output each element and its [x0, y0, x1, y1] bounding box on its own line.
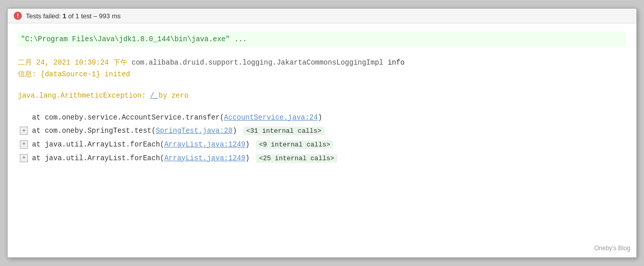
stack-text-2: at com.oneby.SpringTest.test(SpringTest.…	[32, 125, 325, 137]
exception-type: java.lang.ArithmeticException:	[18, 92, 146, 100]
stack-text-3: at java.util.ArrayList.forEach(ArrayList…	[32, 139, 333, 151]
stack-text-4: at java.util.ArrayList.forEach(ArrayList…	[32, 153, 337, 164]
stack-prefix-3: at java.util.ArrayList.forEach(	[32, 140, 164, 149]
watermark: Oneby's Blog	[594, 244, 630, 253]
stack-link-2[interactable]: SpringTest.java:28	[156, 127, 233, 135]
expand-btn-2[interactable]: +	[20, 127, 28, 135]
internal-calls-4: <25 internal calls>	[256, 154, 337, 163]
expand-btn-3[interactable]: +	[20, 140, 28, 149]
status-total: of 1 test	[68, 12, 91, 20]
exception-line: java.lang.ArithmeticException: / by zero	[18, 90, 626, 101]
log-line-2: 信息: {dataSource-1} inited	[18, 69, 626, 80]
status-bar: ! Tests failed: 1 of 1 test – 993 ms	[8, 9, 636, 23]
stack-suffix-4: )	[245, 154, 249, 162]
exception-msg: by zero	[158, 92, 188, 100]
expand-btn-4[interactable]: +	[20, 154, 28, 162]
log-section: 二月 24, 2021 10:30:24 下午 com.alibaba.drui…	[18, 57, 626, 80]
stack-prefix-2: at com.oneby.SpringTest.test(	[32, 127, 156, 135]
fail-count: 1	[62, 12, 66, 20]
internal-calls-2: <31 internal calls>	[243, 127, 325, 135]
stack-suffix-3: )	[245, 140, 249, 149]
stack-link-1[interactable]: AccountService.java:24	[224, 113, 318, 122]
stack-row-4: + at java.util.ArrayList.forEach(ArrayLi…	[18, 153, 626, 164]
stack-suffix-2: )	[233, 127, 237, 135]
error-icon: !	[14, 12, 22, 20]
log-line-1: 二月 24, 2021 10:30:24 下午 com.alibaba.drui…	[18, 57, 626, 68]
slash-symbol: /	[150, 92, 158, 100]
main-window: ! Tests failed: 1 of 1 test – 993 ms "C:…	[7, 8, 637, 258]
status-text: Tests failed: 1 of 1 test – 993 ms	[26, 12, 121, 20]
stack-prefix-4: at java.util.ArrayList.forEach(	[32, 154, 164, 162]
status-label: Tests failed:	[26, 12, 61, 20]
console-area: "C:\Program Files\Java\jdk1.8.0_144\bin\…	[8, 23, 636, 257]
log-level: info	[388, 58, 405, 67]
log-info: 信息: {dataSource-1} inited	[18, 70, 130, 78]
stack-text-1: at com.oneby.service.AccountService.tran…	[32, 112, 322, 123]
stack-suffix-1: )	[318, 113, 322, 122]
stack-traces: at com.oneby.service.AccountService.tran…	[18, 112, 626, 164]
stack-row-1: at com.oneby.service.AccountService.tran…	[18, 112, 626, 123]
stack-row-3: + at java.util.ArrayList.forEach(ArrayLi…	[18, 139, 626, 151]
internal-calls-3: <9 internal calls>	[256, 140, 333, 149]
stack-prefix-1: at com.oneby.service.AccountService.tran…	[32, 113, 224, 122]
exception-section: java.lang.ArithmeticException: / by zero	[18, 90, 626, 101]
stack-link-3[interactable]: ArrayList.java:1249	[164, 140, 245, 149]
log-date: 二月 24, 2021 10:30:24 下午	[18, 58, 127, 67]
stack-row-2: + at com.oneby.SpringTest.test(SpringTes…	[18, 125, 626, 137]
log-class: com.alibaba.druid.support.logging.Jakart…	[132, 58, 383, 67]
status-duration: 993 ms	[99, 12, 121, 20]
cmd-line: "C:\Program Files\Java\jdk1.8.0_144\bin\…	[18, 32, 626, 47]
stack-link-4[interactable]: ArrayList.java:1249	[164, 154, 245, 162]
cmd-text: "C:\Program Files\Java\jdk1.8.0_144\bin\…	[21, 35, 247, 43]
watermark-text: Oneby's Blog	[594, 245, 630, 252]
